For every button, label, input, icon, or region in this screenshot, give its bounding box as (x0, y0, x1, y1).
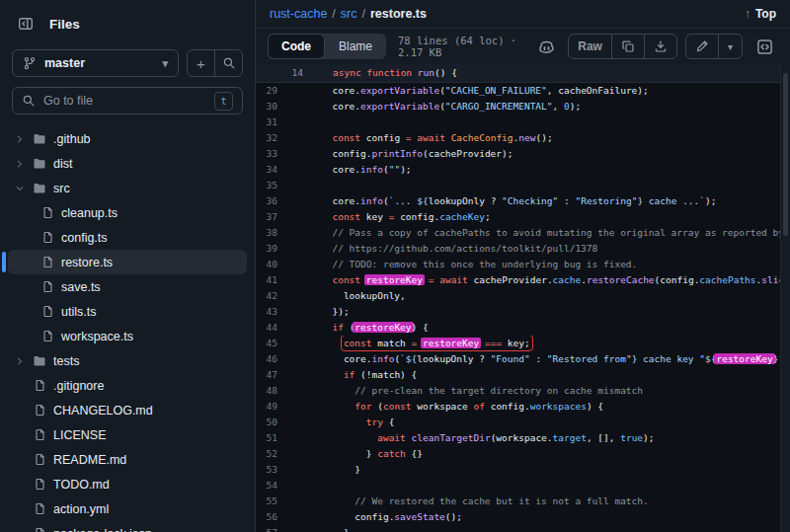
code-line-content: lookupOnly, (277, 288, 790, 304)
tree-item-src[interactable]: src (8, 176, 247, 200)
tree-item-config.ts[interactable]: config.ts (8, 225, 247, 250)
new-file-button[interactable]: + (188, 50, 214, 76)
line-number[interactable]: 38 (256, 225, 277, 241)
line-number[interactable]: 53 (256, 462, 277, 478)
tree-item-utils.ts[interactable]: utils.ts (8, 299, 247, 324)
breadcrumb-current-file: restore.ts (370, 7, 427, 21)
tree-item-workspace.ts[interactable]: workspace.ts (8, 324, 247, 348)
file-icon (32, 404, 47, 417)
line-number[interactable]: 46 (256, 351, 277, 367)
tree-item-cleanup.ts[interactable]: cleanup.ts (8, 200, 247, 225)
tree-item-tests[interactable]: tests (8, 348, 247, 373)
line-number[interactable]: 47 (256, 367, 277, 383)
branch-selector[interactable]: master ▾ (12, 49, 179, 77)
tree-item-restore.ts[interactable]: restore.ts (8, 250, 247, 274)
line-number[interactable]: 50 (256, 415, 277, 430)
chevron-right-icon (14, 159, 26, 169)
tree-item-label: cleanup.ts (61, 206, 118, 220)
tree-item-label: TODO.md (53, 478, 110, 492)
raw-button-group: Raw (568, 34, 677, 59)
tab-blame[interactable]: Blame (325, 34, 386, 59)
back-to-top-link[interactable]: ↑ Top (745, 7, 776, 21)
line-number[interactable]: 37 (256, 209, 277, 225)
edit-file-button[interactable] (686, 35, 718, 58)
raw-button[interactable]: Raw (569, 35, 611, 58)
code-line: 54 (256, 478, 790, 494)
breadcrumb-separator: / (362, 7, 365, 21)
line-number[interactable]: 51 (256, 430, 277, 446)
tree-item-label: README.md (53, 453, 126, 467)
line-number[interactable]: 31 (256, 114, 277, 130)
chevron-down-icon (14, 184, 26, 193)
app: Files master ▾ + Go to file t .githubdis… (0, 0, 790, 532)
line-number[interactable]: 41 (256, 272, 277, 288)
code-line-content: for (const workspace of config.workspace… (277, 399, 790, 415)
line-number[interactable]: 48 (256, 383, 277, 399)
tree-item-package-lock.json[interactable]: package-lock.json (8, 521, 247, 532)
tree-item-save.ts[interactable]: save.ts (8, 274, 247, 299)
line-number[interactable]: 55 (256, 494, 277, 509)
search-icon (22, 94, 36, 108)
line-number[interactable]: 56 (256, 509, 277, 525)
tree-item-CHANGELOG.md[interactable]: CHANGELOG.md (8, 398, 247, 422)
download-button[interactable] (644, 35, 676, 58)
tree-item-.github[interactable]: .github (8, 126, 247, 151)
code-lines: 29 core.exportVariable("CACHE_ON_FAILURE… (256, 83, 790, 532)
code-line-content: core.exportVariable("CARGO_INCREMENTAL",… (277, 99, 790, 114)
code-line: 53 } (256, 462, 790, 478)
tree-item-.gitignore[interactable]: .gitignore (8, 373, 247, 398)
code-line-content (277, 178, 790, 193)
folder-icon (32, 354, 47, 368)
line-number[interactable]: 32 (256, 130, 277, 146)
line-number[interactable]: 57 (256, 525, 277, 532)
code-line: 38 // Pass a copy of cachePaths to avoid… (256, 225, 790, 241)
line-number[interactable]: 42 (256, 288, 277, 304)
copy-raw-button[interactable] (611, 35, 644, 58)
scrollbar-thumb[interactable] (783, 73, 788, 236)
edit-button-group: ▾ (685, 34, 743, 59)
code-line-content: await cleanTargetDir(workspace.target, [… (277, 430, 790, 446)
tree-item-label: save.ts (61, 280, 101, 294)
tree-item-label: action.yml (53, 502, 109, 516)
line-number[interactable]: 44 (256, 320, 277, 336)
line-number[interactable]: 36 (256, 193, 277, 209)
line-number[interactable]: 29 (256, 83, 277, 99)
line-number[interactable]: 49 (256, 399, 277, 415)
go-to-file-input[interactable]: Go to file t (12, 87, 243, 114)
breadcrumb-dir-link[interactable]: src (341, 7, 357, 21)
symbols-panel-button[interactable] (750, 33, 778, 60)
line-number[interactable]: 43 (256, 304, 277, 320)
tab-code[interactable]: Code (268, 34, 325, 59)
line-number[interactable]: 40 (256, 257, 277, 272)
code-blame-tabs: Code Blame (268, 34, 386, 59)
code-square-icon (756, 38, 773, 55)
tree-action-group: + (187, 49, 243, 77)
tree-item-README.md[interactable]: README.md (8, 447, 247, 472)
tree-item-action.yml[interactable]: action.yml (8, 496, 247, 521)
branch-row: master ▾ + (0, 47, 255, 85)
search-tree-button[interactable] (214, 50, 242, 76)
line-number[interactable]: 30 (256, 99, 277, 114)
code-line: 30 core.exportVariable("CARGO_INCREMENTA… (256, 99, 790, 114)
tree-item-label: CHANGELOG.md (53, 404, 153, 418)
tree-item-dist[interactable]: dist (8, 151, 247, 176)
line-number[interactable]: 45 (256, 336, 277, 351)
line-number[interactable]: 39 (256, 241, 277, 257)
line-number[interactable]: 34 (256, 162, 277, 178)
collapse-sidebar-button[interactable] (12, 10, 40, 38)
tree-item-LICENSE[interactable]: LICENSE (8, 422, 247, 447)
vertical-scrollbar[interactable] (780, 63, 790, 532)
code-line: 41 const restoreKey = await cacheProvide… (256, 272, 790, 288)
copilot-button[interactable] (532, 33, 560, 60)
tree-item-TODO.md[interactable]: TODO.md (8, 472, 247, 496)
file-tree: .githubdistsrccleanup.tsconfig.tsrestore… (0, 124, 255, 532)
sticky-context-line[interactable]: 14 async function run() { (256, 64, 790, 83)
line-number[interactable]: 35 (256, 178, 277, 193)
breadcrumb-repo-link[interactable]: rust-cache (270, 7, 327, 21)
line-number[interactable]: 33 (256, 146, 277, 162)
edit-options-button[interactable]: ▾ (718, 35, 742, 58)
line-number[interactable]: 54 (256, 478, 277, 494)
search-match-highlight: restoreKey (714, 353, 774, 364)
code-line: 47 if (!match) { (256, 367, 790, 383)
line-number[interactable]: 52 (256, 446, 277, 462)
